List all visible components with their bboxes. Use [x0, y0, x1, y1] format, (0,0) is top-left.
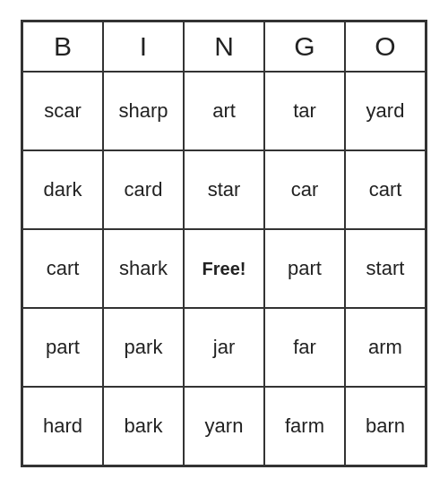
bingo-row-2: cartsharkFree!partstart	[22, 229, 426, 308]
header-row: BINGO	[22, 21, 426, 72]
bingo-cell-4-0: hard	[22, 387, 103, 466]
header-cell-g: G	[264, 21, 345, 72]
bingo-cell-0-0: scar	[22, 72, 103, 150]
bingo-cell-2-3: part	[264, 229, 345, 308]
header-cell-b: B	[22, 21, 103, 72]
bingo-cell-4-4: barn	[345, 387, 426, 466]
header-cell-o: O	[345, 21, 426, 72]
bingo-row-4: hardbarkyarnfarmbarn	[22, 387, 426, 466]
bingo-cell-0-4: yard	[345, 72, 426, 150]
bingo-cell-3-4: arm	[345, 308, 426, 387]
bingo-cell-1-1: card	[103, 150, 184, 229]
bingo-cell-2-4: start	[345, 229, 426, 308]
bingo-board: BINGO scarsharparttaryarddarkcardstarcar…	[21, 20, 427, 467]
bingo-cell-4-2: yarn	[184, 387, 264, 466]
bingo-cell-3-0: part	[22, 308, 103, 387]
bingo-cell-3-1: park	[103, 308, 184, 387]
bingo-cell-1-0: dark	[22, 150, 103, 229]
bingo-cell-2-1: shark	[103, 229, 184, 308]
bingo-cell-1-3: car	[264, 150, 345, 229]
header-cell-n: N	[184, 21, 264, 72]
header-cell-i: I	[103, 21, 184, 72]
bingo-cell-1-4: cart	[345, 150, 426, 229]
bingo-row-0: scarsharparttaryard	[22, 72, 426, 150]
bingo-cell-1-2: star	[184, 150, 264, 229]
bingo-row-1: darkcardstarcarcart	[22, 150, 426, 229]
bingo-cell-0-3: tar	[264, 72, 345, 150]
bingo-cell-4-1: bark	[103, 387, 184, 466]
bingo-cell-4-3: farm	[264, 387, 345, 466]
bingo-cell-0-1: sharp	[103, 72, 184, 150]
bingo-cell-2-2: Free!	[184, 229, 264, 308]
bingo-cell-0-2: art	[184, 72, 264, 150]
bingo-cell-2-0: cart	[22, 229, 103, 308]
bingo-cell-3-3: far	[264, 308, 345, 387]
bingo-row-3: partparkjarfararm	[22, 308, 426, 387]
bingo-cell-3-2: jar	[184, 308, 264, 387]
